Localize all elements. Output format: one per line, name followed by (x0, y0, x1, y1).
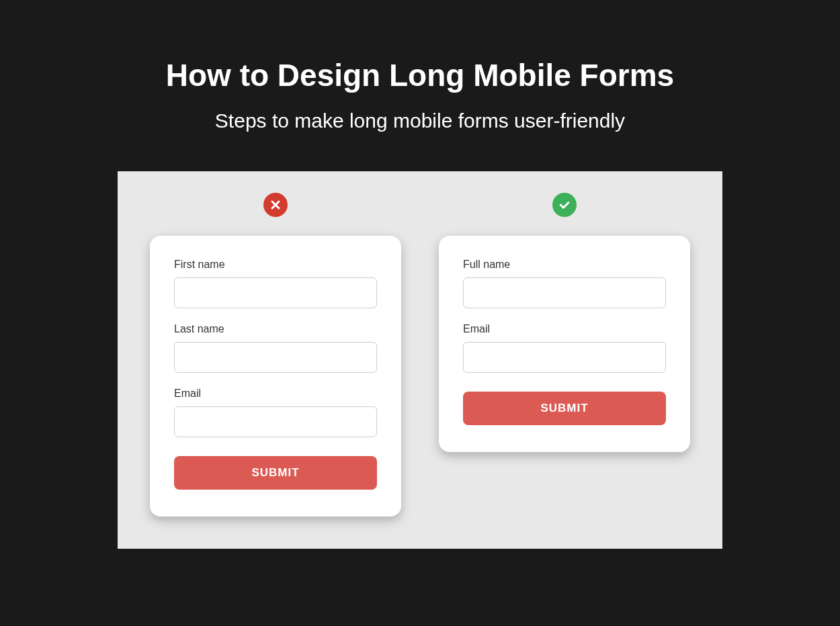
submit-button[interactable]: SUBMIT (174, 456, 377, 490)
email-input[interactable] (174, 406, 377, 437)
form-field: Full name (463, 259, 666, 308)
form-field: Email (463, 323, 666, 373)
page-title: How to Design Long Mobile Forms (166, 57, 674, 93)
good-form-card: Full name Email SUBMIT (439, 236, 690, 452)
form-field: First name (174, 259, 377, 308)
email-input[interactable] (463, 342, 666, 373)
email-label: Email (463, 323, 666, 335)
check-icon (552, 193, 577, 217)
comparison-panel: First name Last name Email SUBMIT Full n… (118, 171, 722, 549)
first-name-input[interactable] (174, 277, 377, 308)
last-name-label: Last name (174, 323, 377, 335)
good-example-column: Full name Email SUBMIT (439, 193, 690, 452)
first-name-label: First name (174, 259, 377, 271)
cross-icon (263, 193, 288, 217)
submit-button[interactable]: SUBMIT (463, 392, 666, 425)
full-name-label: Full name (463, 259, 666, 271)
bad-form-card: First name Last name Email SUBMIT (150, 236, 401, 517)
email-label: Email (174, 388, 377, 400)
last-name-input[interactable] (174, 342, 377, 373)
bad-example-column: First name Last name Email SUBMIT (150, 193, 401, 517)
full-name-input[interactable] (463, 277, 666, 308)
page-subtitle: Steps to make long mobile forms user-fri… (215, 109, 625, 132)
form-field: Last name (174, 323, 377, 373)
form-field: Email (174, 388, 377, 437)
